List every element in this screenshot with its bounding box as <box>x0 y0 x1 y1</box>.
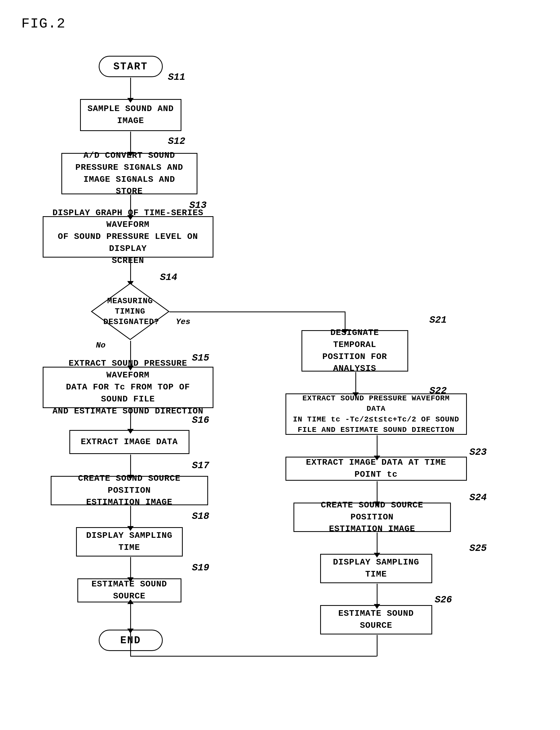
s23-box: EXTRACT IMAGE DATA AT TIME POINT tc <box>285 457 467 481</box>
step-s19-label: S19 <box>192 562 209 573</box>
s24-text: CREATE SOUND SOURCE POSITION ESTIMATION … <box>301 499 443 535</box>
arrow-s25-s26 <box>377 584 378 605</box>
s15-box: EXTRACT SOUND PRESSURE WAVEFORM DATA FOR… <box>43 367 213 408</box>
s16-box: EXTRACT IMAGE DATA <box>69 430 189 454</box>
s11-box: SAMPLE SOUND AND IMAGE <box>80 99 181 131</box>
arrow-s26-down <box>377 635 378 656</box>
step-s17-label: S17 <box>192 460 209 471</box>
s22-text: EXTRACT SOUND PRESSURE WAVEFORM DATA IN … <box>293 393 459 435</box>
start-label: START <box>113 61 148 72</box>
s14-diamond: MEASURING TIMING DESIGNATED? <box>90 282 170 341</box>
fig-label: FIG.2 <box>21 16 539 32</box>
arrow-s17-s18 <box>130 506 131 527</box>
s18-text: DISPLAY SAMPLING TIME <box>86 530 172 554</box>
s13-box: DISPLAY GRAPH OF TIME-SERIES WAVEFORM OF… <box>43 216 213 257</box>
s25-text: DISPLAY SAMPLING TIME <box>333 557 419 581</box>
step-s23-label: S23 <box>470 447 487 458</box>
page: FIG.2 START S11 SAMPLE SOUND AND IMAGE S… <box>0 0 560 730</box>
step-s12-label: S12 <box>168 136 185 147</box>
step-s14-label: S14 <box>160 272 177 283</box>
s15-text: EXTRACT SOUND PRESSURE WAVEFORM DATA FOR… <box>50 357 206 418</box>
step-s11-label: S11 <box>168 72 185 83</box>
s16-text: EXTRACT IMAGE DATA <box>81 436 178 448</box>
step-s26-label: S26 <box>435 594 452 605</box>
yes-label: Yes <box>176 317 190 326</box>
step-s24-label: S24 <box>470 492 487 503</box>
s12-text: A/D CONVERT SOUND PRESSURE SIGNALS AND I… <box>69 150 190 197</box>
s19-text: ESTIMATE SOUND SOURCE <box>85 578 174 602</box>
flowchart: START S11 SAMPLE SOUND AND IMAGE S12 A/D… <box>27 48 534 715</box>
s13-text: DISPLAY GRAPH OF TIME-SERIES WAVEFORM OF… <box>50 207 206 267</box>
no-label: No <box>96 341 106 350</box>
arrow-s22-s23 <box>377 435 378 457</box>
s24-box: CREATE SOUND SOURCE POSITION ESTIMATION … <box>293 503 451 532</box>
arrow-s18-s19 <box>130 557 131 578</box>
s21-text: DESIGNATE TEMPORAL POSITION FOR ANALYSIS <box>309 327 401 375</box>
s11-text: SAMPLE SOUND AND IMAGE <box>88 103 174 127</box>
s26-text: ESTIMATE SOUND SOURCE <box>338 608 414 632</box>
step-s18-label: S18 <box>192 511 209 522</box>
s23-text: EXTRACT IMAGE DATA AT TIME POINT tc <box>293 457 459 481</box>
s17-text: CREATE SOUND SOURCE POSITION ESTIMATION … <box>58 473 201 509</box>
s26-box: ESTIMATE SOUND SOURCE <box>320 605 432 634</box>
s18-box: DISPLAY SAMPLING TIME <box>76 527 183 557</box>
s25-box: DISPLAY SAMPLING TIME <box>320 554 432 583</box>
s19-box: ESTIMATE SOUND SOURCE <box>77 578 181 602</box>
start-shape: START <box>99 56 163 77</box>
step-s21-label: S21 <box>430 315 447 325</box>
s14-text: MEASURING TIMING DESIGNATED? <box>104 296 157 327</box>
arrow-s13-s14 <box>130 258 131 282</box>
step-s25-label: S25 <box>470 543 487 554</box>
s12-box: A/D CONVERT SOUND PRESSURE SIGNALS AND I… <box>61 153 197 194</box>
s21-box: DESIGNATE TEMPORAL POSITION FOR ANALYSIS <box>301 330 408 372</box>
arrow-s24-s25 <box>377 533 378 554</box>
arrow-s15-s16 <box>130 409 131 430</box>
step-s16-label: S16 <box>192 415 209 426</box>
s17-box: CREATE SOUND SOURCE POSITION ESTIMATION … <box>51 476 208 505</box>
s22-box: EXTRACT SOUND PRESSURE WAVEFORM DATA IN … <box>285 394 467 435</box>
arrow-s26-left <box>130 656 377 657</box>
arrow-s21-s22 <box>355 372 356 394</box>
arrow-s26-up <box>130 603 131 656</box>
arrow-start-s11 <box>130 78 131 99</box>
arrow-yes-h <box>169 311 345 312</box>
